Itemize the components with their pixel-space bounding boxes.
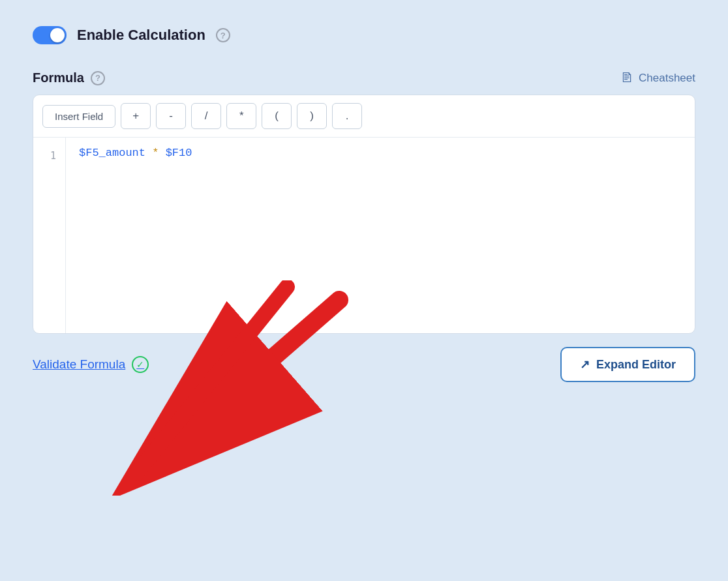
operator-multiply-button[interactable]: *	[226, 103, 256, 129]
insert-field-button[interactable]: Insert Field	[42, 105, 115, 128]
formula-title-group: Formula ?	[33, 70, 105, 85]
enable-calculation-row: Enable Calculation ?	[33, 26, 695, 44]
formula-operator-multiply: *	[152, 147, 165, 159]
expand-editor-button[interactable]: ↗ Expand Editor	[560, 347, 695, 382]
cheatsheet-label: Cheatsheet	[639, 72, 695, 85]
bottom-action-row: Validate Formula ✓ ↗ Expand Editor	[33, 347, 695, 382]
validation-success-icon: ✓	[132, 356, 149, 373]
formula-editor: Insert Field + - / * ( ) . 1 $F5_amount …	[33, 95, 695, 334]
formula-code-content[interactable]: $F5_amount * $F10	[66, 138, 695, 333]
formula-title: Formula	[33, 70, 84, 85]
formula-code-area[interactable]: 1 $F5_amount * $F10	[33, 138, 695, 333]
validate-formula-link[interactable]: Validate Formula ✓	[33, 356, 149, 373]
validate-formula-label: Validate Formula	[33, 357, 125, 372]
formula-header: Formula ? 🖹 Cheatsheet	[33, 70, 695, 85]
operator-divide-button[interactable]: /	[191, 103, 221, 129]
formula-field-f10: $F10	[166, 147, 192, 159]
operator-plus-button[interactable]: +	[121, 103, 151, 129]
enable-calculation-toggle[interactable]	[33, 26, 67, 44]
operator-minus-button[interactable]: -	[156, 103, 186, 129]
cheatsheet-icon: 🖹	[620, 70, 633, 85]
formula-field-f5: $F5_amount	[79, 147, 145, 159]
enable-calculation-label: Enable Calculation	[77, 27, 205, 44]
expand-icon: ↗	[580, 357, 590, 372]
line-numbers: 1	[33, 138, 66, 333]
line-number-1: 1	[33, 148, 65, 165]
expand-editor-label: Expand Editor	[596, 358, 676, 372]
cheatsheet-link[interactable]: 🖹 Cheatsheet	[620, 70, 695, 85]
operator-open-paren-button[interactable]: (	[262, 103, 292, 129]
operator-close-paren-button[interactable]: )	[297, 103, 327, 129]
formula-help-icon[interactable]: ?	[91, 71, 105, 85]
enable-calculation-help-icon[interactable]: ?	[216, 28, 230, 42]
operator-dot-button[interactable]: .	[332, 103, 362, 129]
formula-toolbar: Insert Field + - / * ( ) .	[33, 95, 695, 138]
